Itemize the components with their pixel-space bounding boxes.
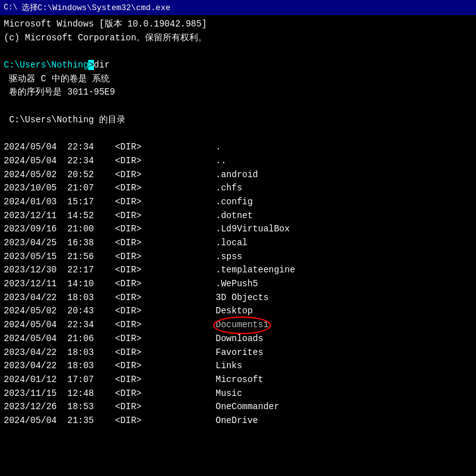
terminal-window: Microsoft Windows [版本 10.0.19042.985](c)… <box>0 15 476 476</box>
terminal-line: C:\Users\Nothing>dir <box>4 59 472 73</box>
terminal-line: 2023/12/30 22:17 <DIR> .templateengine <box>4 264 472 277</box>
terminal-line: 2023/09/16 21:00 <DIR> .Ld9VirtualBox <box>4 223 472 236</box>
terminal-line: 2024/05/04 22:34 <DIR> . <box>4 141 472 154</box>
terminal-line <box>4 45 472 59</box>
terminal-line: 2024/01/03 15:17 <DIR> .config <box>4 195 472 209</box>
terminal-line: 2024/05/02 20:43 <DIR> Desktop <box>4 305 472 318</box>
terminal-line: C:\Users\Nothing 的目录 <box>4 113 472 127</box>
terminal-line: 2023/05/15 21:56 <DIR> .spss <box>4 250 472 264</box>
title-text: 选择C:\Windows\System32\cmd.exe <box>21 2 171 13</box>
terminal-line: 2023/12/11 14:52 <DIR> .dotnet <box>4 209 472 223</box>
terminal-line: 卷的序列号是 3011-95E9 <box>4 86 472 100</box>
terminal-line: 2024/05/02 20:52 <DIR> .android <box>4 168 472 182</box>
terminal-line: 2024/05/04 22:34 <DIR> Documents1 <box>4 318 472 332</box>
terminal-line: 2023/12/11 14:10 <DIR> .WePush5 <box>4 277 472 291</box>
terminal-line: 2024/05/04 21:06 <DIR> Downloads <box>4 332 472 346</box>
terminal-line: (c) Microsoft Corporation。保留所有权利。 <box>4 32 472 45</box>
terminal-line <box>4 127 472 141</box>
terminal-line: Microsoft Windows [版本 10.0.19042.985] <box>4 18 472 32</box>
terminal-line: 2023/12/26 18:53 <DIR> OneCommander <box>4 400 472 414</box>
circled-entry: Documents1 <box>216 318 269 332</box>
cmd-icon: C:\ <box>4 3 18 12</box>
titlebar: C:\ 选择C:\Windows\System32\cmd.exe <box>0 0 476 15</box>
terminal-line: 2023/04/22 18:03 <DIR> Links <box>4 359 472 373</box>
terminal-line: 驱动器 C 中的卷是 系统 <box>4 73 472 86</box>
terminal-line: 2024/05/04 21:35 <DIR> OneDrive <box>4 414 472 428</box>
terminal-line <box>4 100 472 113</box>
terminal-line: 2023/04/22 18:03 <DIR> 3D Objects <box>4 291 472 305</box>
terminal-line: 2023/10/05 21:07 <DIR> .chfs <box>4 182 472 195</box>
terminal-line: 2023/04/22 18:03 <DIR> Favorites <box>4 346 472 360</box>
terminal-line: 2024/05/04 22:34 <DIR> .. <box>4 154 472 168</box>
terminal-line: 2024/01/12 17:07 <DIR> Microsoft <box>4 373 472 387</box>
terminal-line: 2023/04/25 16:38 <DIR> .local <box>4 236 472 250</box>
terminal-line: 2023/11/15 12:48 <DIR> Music <box>4 387 472 401</box>
